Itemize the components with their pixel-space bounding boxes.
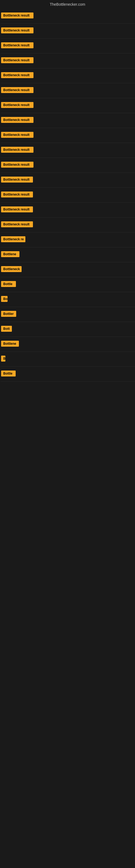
bottleneck-result-badge[interactable]: Bottleneck re	[1, 236, 26, 242]
bottleneck-result-badge[interactable]: Bottleneck result	[1, 147, 34, 153]
bottleneck-result-badge[interactable]: Bottler	[1, 311, 16, 317]
list-item: Bott	[1, 322, 135, 337]
list-item: Bottleneck	[1, 262, 135, 277]
bottleneck-result-badge[interactable]: Bottleneck result	[1, 87, 34, 93]
bottleneck-result-badge[interactable]: Bottleneck result	[1, 57, 34, 63]
list-item: Bottleneck result	[1, 158, 135, 173]
list-item: Bottleneck result	[1, 9, 135, 24]
bottleneck-result-badge[interactable]: Bottleneck result	[1, 177, 33, 183]
list-item: Bottleneck result	[1, 38, 135, 54]
list-item: Bottleneck result	[1, 143, 135, 158]
list-item: Bottleneck result	[1, 203, 135, 218]
bottleneck-result-badge[interactable]: B	[1, 355, 5, 362]
list-item: Bottleneck result	[1, 113, 135, 128]
bottleneck-result-badge[interactable]: Bottleneck result	[1, 42, 34, 48]
bottleneck-result-badge[interactable]: Bottlene	[1, 341, 19, 347]
list-item: Bottleneck result	[1, 218, 135, 232]
list-item: Bottleneck result	[1, 24, 135, 38]
list-item: Bottleneck result	[1, 128, 135, 143]
list-item: Bottler	[1, 307, 135, 322]
bottleneck-result-badge[interactable]: Bottleneck result	[1, 221, 33, 227]
bottleneck-result-badge[interactable]: Bottlene	[1, 251, 19, 257]
list-item: Bottleneck result	[1, 98, 135, 113]
bottleneck-result-badge[interactable]: Bottleneck	[1, 266, 21, 272]
list-item: Bottle	[1, 367, 135, 382]
list-item: Bottleneck result	[1, 54, 135, 68]
list-item: Bottle	[1, 277, 135, 292]
bottleneck-result-badge[interactable]: Bottleneck result	[1, 102, 34, 108]
bottleneck-result-badge[interactable]: Bott	[1, 326, 12, 332]
list-item: Bo	[1, 292, 135, 307]
bottleneck-result-badge[interactable]: Bottleneck result	[1, 207, 33, 212]
bottleneck-result-badge[interactable]: Bottle	[1, 281, 16, 287]
site-title: TheBottlenecker.com	[0, 0, 135, 9]
bottleneck-result-badge[interactable]: Bottleneck result	[1, 117, 34, 123]
list-item: Bottleneck result	[1, 188, 135, 203]
list-item: Bottleneck re	[1, 232, 135, 247]
list-item: Bottleneck result	[1, 173, 135, 188]
bottleneck-result-badge[interactable]: Bottleneck result	[1, 191, 33, 197]
bottleneck-result-badge[interactable]: Bottleneck result	[1, 162, 34, 167]
list-item: Bottlene	[1, 337, 135, 352]
list-item: Bottleneck result	[1, 83, 135, 98]
bottleneck-result-badge[interactable]: Bo	[1, 296, 8, 302]
list-item: Bottleneck result	[1, 68, 135, 83]
bottleneck-result-badge[interactable]: Bottleneck result	[1, 12, 34, 19]
list-item: Bottlene	[1, 247, 135, 262]
bottleneck-result-badge[interactable]: Bottleneck result	[1, 27, 34, 33]
bottleneck-result-badge[interactable]: Bottleneck result	[1, 72, 34, 78]
bottleneck-result-badge[interactable]: Bottle	[1, 371, 16, 376]
badge-list: Bottleneck resultBottleneck resultBottle…	[0, 9, 135, 382]
site-header: TheBottlenecker.com	[0, 0, 135, 9]
list-item: B	[1, 352, 135, 367]
bottleneck-result-badge[interactable]: Bottleneck result	[1, 132, 34, 138]
